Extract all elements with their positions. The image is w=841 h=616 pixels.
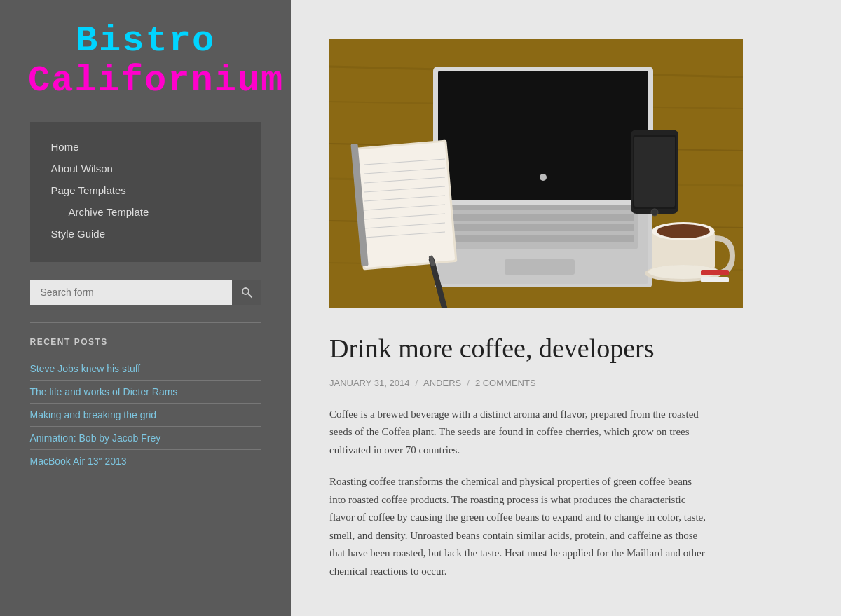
article-meta: JANUARY 31, 2014 / ANDERS / 2 COMMENTS [329,378,708,388]
svg-rect-16 [452,224,634,231]
search-button[interactable] [232,280,261,305]
divider [30,322,261,323]
svg-rect-11 [505,259,575,275]
search-wrapper [30,280,261,305]
nav-item-about[interactable]: About Wilson [51,158,240,179]
article-body: Coffee is a brewed beverage with a disti… [329,406,708,581]
svg-rect-37 [634,137,675,207]
article-paragraph-1: Coffee is a brewed beverage with a disti… [329,406,708,460]
svg-point-38 [651,209,658,216]
svg-rect-15 [452,214,634,221]
recent-posts-title: RECENT POSTS [30,337,261,347]
nav-item-home[interactable]: Home [51,136,240,158]
recent-post-3[interactable]: Making and breaking the grid [30,404,261,427]
svg-rect-45 [701,270,729,275]
article-area: Drink more coffee, developers JANUARY 31… [291,308,746,616]
svg-rect-46 [701,277,729,282]
article-date: JANUARY 31, 2014 [329,378,409,388]
meta-separator-2: / [467,378,470,388]
search-input[interactable] [30,280,261,305]
svg-line-1 [248,294,252,298]
article-author: ANDERS [423,378,461,388]
svg-point-42 [657,224,710,238]
article-comments: 2 COMMENTS [475,378,536,388]
svg-point-0 [242,288,249,294]
search-section [30,280,261,305]
navigation-box: Home About Wilson Page Templates Archive… [30,122,261,262]
article-title: Drink more coffee, developers [329,333,708,365]
recent-post-2[interactable]: The life and works of Dieter Rams [30,381,261,404]
nav-item-page-templates[interactable]: Page Templates [51,179,240,201]
nav-item-style-guide[interactable]: Style Guide [51,223,240,245]
hero-image [329,39,743,308]
nav-item-archive-template[interactable]: Archive Template [51,201,240,223]
recent-post-5[interactable]: MacBook Air 13″ 2013 [30,450,261,472]
recent-post-4[interactable]: Animation: Bob by Jacob Frey [30,427,261,450]
site-title: Bistro Californium [28,21,263,101]
site-title-line1: Bistro [28,21,263,61]
article-paragraph-2: Roasting coffee transforms the chemical … [329,473,708,580]
svg-rect-17 [452,235,634,242]
recent-posts-section: RECENT POSTS Steve Jobs knew his stuff T… [30,337,261,472]
svg-point-20 [540,174,547,181]
site-title-line2: Californium [28,61,263,101]
site-title-area: Bistro Californium [0,0,291,122]
search-icon [240,286,253,299]
meta-separator-1: / [415,378,418,388]
sidebar: Bistro Californium Home About Wilson Pag… [0,0,291,616]
svg-rect-19 [438,71,648,200]
recent-post-1[interactable]: Steve Jobs knew his stuff [30,357,261,381]
main-content: Drink more coffee, developers JANUARY 31… [291,0,841,616]
hero-scene-svg [329,39,743,308]
